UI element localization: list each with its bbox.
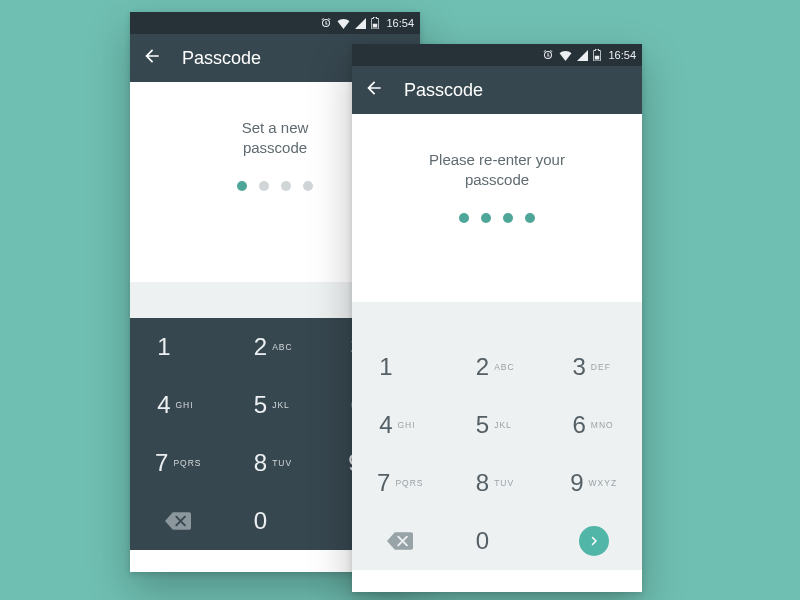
key-1[interactable]: 1	[352, 338, 449, 396]
key-4[interactable]: 4GHI	[352, 396, 449, 454]
backspace-key[interactable]	[130, 492, 227, 550]
passcode-dot	[459, 213, 469, 223]
key-1[interactable]: 1	[130, 318, 227, 376]
back-icon[interactable]	[364, 78, 384, 102]
key-2[interactable]: 2ABC	[449, 338, 546, 396]
battery-icon	[371, 17, 379, 29]
svg-rect-1	[595, 56, 600, 60]
key-0[interactable]: 0	[449, 512, 546, 570]
prompt-text: Please re-enter your passcode	[352, 150, 642, 191]
go-button[interactable]	[545, 512, 642, 570]
key-9[interactable]: 9WXYZ	[545, 454, 642, 512]
passcode-dot	[303, 181, 313, 191]
passcode-dot	[481, 213, 491, 223]
passcode-dot	[259, 181, 269, 191]
page-title: Passcode	[404, 80, 483, 101]
wifi-icon	[337, 18, 350, 29]
status-time: 16:54	[608, 49, 636, 61]
key-2[interactable]: 2ABC	[227, 318, 324, 376]
key-5[interactable]: 5JKL	[449, 396, 546, 454]
app-bar: Passcode	[352, 66, 642, 114]
passcode-dot	[281, 181, 291, 191]
key-3[interactable]: 3DEF	[545, 338, 642, 396]
key-5[interactable]: 5JKL	[227, 376, 324, 434]
key-7[interactable]: 7PQRS	[130, 434, 227, 492]
status-time: 16:54	[386, 17, 414, 29]
passcode-dot	[503, 213, 513, 223]
key-6[interactable]: 6MNO	[545, 396, 642, 454]
alarm-icon	[320, 17, 332, 29]
key-0[interactable]: 0	[227, 492, 324, 550]
wifi-icon	[559, 50, 572, 61]
chevron-right-icon	[579, 526, 609, 556]
signal-icon	[577, 50, 588, 61]
passcode-dots	[352, 213, 642, 223]
key-8[interactable]: 8TUV	[449, 454, 546, 512]
key-8[interactable]: 8TUV	[227, 434, 324, 492]
battery-icon	[593, 49, 601, 61]
keypad: 1 2ABC 3DEF 4GHI 5JKL 6MNO 7PQRS 8TUV 9W…	[352, 338, 642, 570]
phone-screen-reenter-passcode: 16:54 Passcode Please re-enter your pass…	[352, 44, 642, 592]
svg-rect-0	[373, 24, 378, 28]
prompt-area: Please re-enter your passcode	[352, 114, 642, 302]
back-icon[interactable]	[142, 46, 162, 70]
backspace-icon	[165, 512, 191, 530]
divider-band	[352, 302, 642, 338]
alarm-icon	[542, 49, 554, 61]
backspace-icon	[387, 532, 413, 550]
backspace-key[interactable]	[352, 512, 449, 570]
key-7[interactable]: 7PQRS	[352, 454, 449, 512]
passcode-dot	[237, 181, 247, 191]
status-bar: 16:54	[352, 44, 642, 66]
passcode-dot	[525, 213, 535, 223]
key-4[interactable]: 4GHI	[130, 376, 227, 434]
signal-icon	[355, 18, 366, 29]
page-title: Passcode	[182, 48, 261, 69]
status-bar: 16:54	[130, 12, 420, 34]
